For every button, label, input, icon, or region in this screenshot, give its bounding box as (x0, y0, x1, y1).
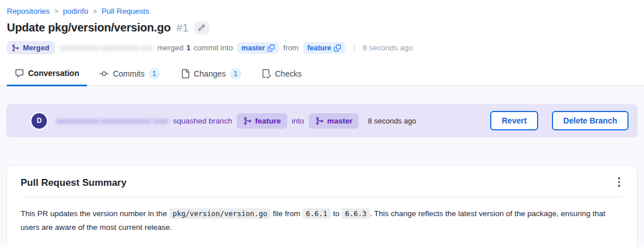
card-divider (21, 197, 623, 197)
pr-header: Repositories > podinfo > Pull Requests U… (0, 0, 644, 62)
tab-conversation-label: Conversation (28, 69, 79, 78)
from-word: from (283, 43, 299, 52)
merge-timestamp: 8 seconds ago (363, 43, 413, 52)
card-title: Pull Request Summary (21, 177, 126, 189)
pr-content: D xxxxxxxxxxx xxxxxxxxxxxxx xxxx squashe… (0, 86, 644, 247)
source-branch-label: feature (307, 44, 331, 52)
tab-checks-label: Checks (275, 69, 302, 78)
tab-changes[interactable]: Changes 1 (173, 62, 249, 86)
commit-into-words: commit into (193, 43, 233, 52)
git-merge-icon (11, 44, 19, 52)
changes-count-badge: 1 (230, 68, 241, 79)
target-branch-chip[interactable]: master (237, 42, 279, 54)
target-branch-label: master (241, 44, 265, 52)
merge-sentence: merged 1 commit into (157, 43, 233, 52)
breadcrumb-separator: > (93, 7, 97, 15)
title-row: Update pkg/version/version.go #1 (7, 19, 637, 38)
breadcrumb-repositories[interactable]: Repositories (7, 7, 50, 15)
git-merge-icon (243, 117, 252, 125)
tab-conversation[interactable]: Conversation (7, 62, 87, 86)
pr-summary-card: Pull Request Summary This PR updates the… (6, 165, 638, 247)
action-label: squashed branch (173, 117, 233, 125)
merged-status-label: Merged (23, 43, 49, 52)
merged-word: merged (157, 43, 184, 52)
commits-count-badge: 1 (149, 68, 160, 79)
revert-button[interactable]: Revert (490, 111, 538, 130)
merged-status-badge: Merged (7, 41, 55, 54)
pr-title: Update pkg/version/version.go (7, 21, 171, 34)
actor-username-redacted: xxxxxxxxxxx xxxxxxxxxxxxx xxxx (56, 117, 169, 125)
code-span-new-version: 6.6.3 (341, 208, 370, 219)
into-label: into (292, 117, 304, 125)
source-branch-chip-banner[interactable]: feature (237, 113, 287, 129)
summary-text: This PR updates the version number in th… (21, 207, 623, 234)
pr-tabbar: Conversation Commits 1 Changes 1 Checks (0, 62, 644, 86)
summary-segment: This PR updates the version number in th… (21, 209, 169, 218)
tab-changes-label: Changes (194, 69, 226, 78)
pencil-icon (198, 24, 205, 31)
source-branch-label: feature (255, 117, 281, 125)
event-timestamp: 8 seconds ago (368, 117, 416, 125)
breadcrumb-pull-requests[interactable]: Pull Requests (101, 7, 149, 15)
avatar[interactable]: D (31, 113, 47, 129)
card-header: Pull Request Summary (21, 177, 623, 189)
divider (354, 43, 355, 53)
comment-icon (15, 69, 24, 78)
commit-count: 1 (186, 43, 191, 52)
kebab-menu-icon[interactable] (615, 175, 624, 189)
pull-request-page: Repositories > podinfo > Pull Requests U… (0, 0, 644, 247)
tab-checks[interactable]: Checks (254, 62, 310, 86)
tab-commits[interactable]: Commits 1 (92, 62, 168, 86)
git-commit-icon (100, 69, 109, 78)
summary-segment: file from (271, 209, 303, 218)
merged-event-banner: D xxxxxxxxxxx xxxxxxxxxxxxx xxxx squashe… (6, 104, 638, 137)
tab-commits-label: Commits (113, 69, 144, 78)
breadcrumb-separator: > (54, 7, 58, 15)
pr-number: #1 (177, 22, 189, 34)
breadcrumb-podinfo[interactable]: podinfo (63, 7, 88, 15)
summary-segment: to (331, 209, 341, 218)
delete-branch-button[interactable]: Delete Branch (552, 111, 629, 130)
git-merge-icon (315, 117, 324, 125)
file-icon (181, 69, 190, 78)
checklist-icon (262, 69, 271, 78)
source-branch-chip[interactable]: feature (303, 42, 345, 54)
code-span-filepath: pkg/version/version.go (169, 208, 271, 219)
code-span-old-version: 6.6.1 (303, 208, 331, 219)
merged-by-username-redacted: xxxxxxxxxx xxxxxxxxxx xxx (59, 43, 153, 52)
target-branch-label: master (327, 117, 352, 125)
status-row: Merged xxxxxxxxxx xxxxxxxxxx xxx merged … (7, 38, 637, 62)
edit-title-button[interactable] (194, 22, 209, 34)
copy-icon[interactable] (334, 45, 341, 51)
target-branch-chip-banner[interactable]: master (309, 113, 359, 129)
copy-icon[interactable] (268, 45, 275, 51)
breadcrumb: Repositories > podinfo > Pull Requests (7, 6, 637, 19)
